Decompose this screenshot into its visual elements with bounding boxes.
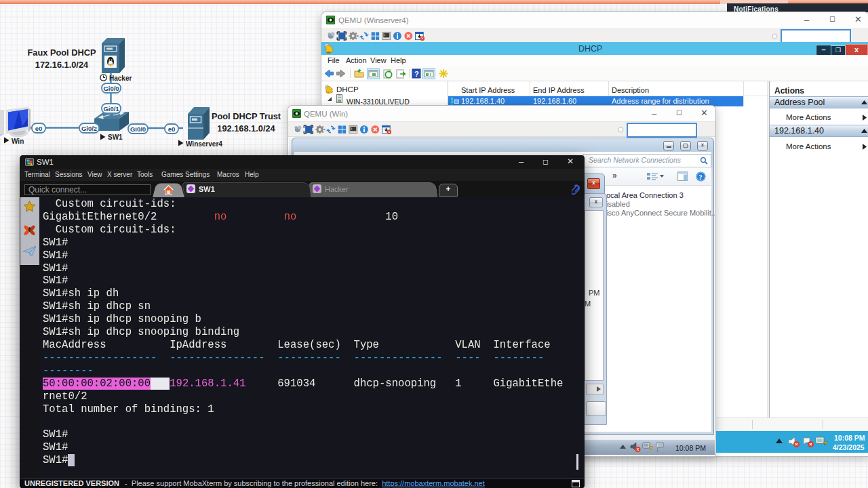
svg-text:SW1: SW1 <box>108 134 123 141</box>
svg-text:Pool DHCP Trust: Pool DHCP Trust <box>212 111 281 121</box>
svg-text:Gi0/1: Gi0/1 <box>103 105 119 113</box>
svg-text:192.168.1.0/24: 192.168.1.0/24 <box>217 123 275 134</box>
svg-text:172.16.1.0/24: 172.16.1.0/24 <box>35 60 89 70</box>
svg-text:Winserver4: Winserver4 <box>186 140 222 148</box>
svg-text:!: ! <box>824 442 825 446</box>
svg-text:Faux Pool DHCP: Faux Pool DHCP <box>28 47 96 58</box>
svg-text:e0: e0 <box>35 125 43 132</box>
svg-text:e0: e0 <box>168 125 176 133</box>
svg-text:Gi0/0: Gi0/0 <box>103 85 119 92</box>
svg-text:Gi0/0: Gi0/0 <box>130 125 146 133</box>
svg-text:Win: Win <box>12 138 24 145</box>
svg-text:Gi0/2: Gi0/2 <box>81 125 97 132</box>
svg-text:?: ? <box>698 174 702 181</box>
svg-text:Hacker: Hacker <box>109 75 132 82</box>
svg-text:?: ? <box>414 70 419 78</box>
